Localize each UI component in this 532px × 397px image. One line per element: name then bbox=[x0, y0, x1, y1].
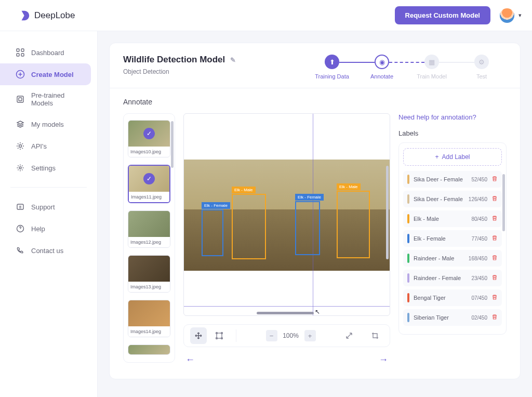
check-icon: ✓ bbox=[143, 128, 155, 139]
sidebar-item-dashboard[interactable]: Dashboard bbox=[0, 42, 97, 63]
thumbnail-item[interactable] bbox=[128, 345, 170, 355]
delete-label-button[interactable] bbox=[491, 294, 498, 302]
label-count: 80/450 bbox=[471, 216, 487, 222]
svg-rect-2 bbox=[17, 54, 19, 56]
label-name: Sika Deer - Female bbox=[414, 196, 464, 202]
sidebar-item-label: Settings bbox=[31, 164, 56, 172]
delete-label-button[interactable] bbox=[491, 215, 498, 223]
avatar[interactable] bbox=[500, 8, 514, 23]
sidebar-item-label: Dashboard bbox=[31, 49, 64, 57]
zoom-out-button[interactable]: − bbox=[266, 330, 277, 341]
upload-icon: ⬆ bbox=[325, 55, 339, 69]
step-annotate[interactable]: ◉ Annotate bbox=[357, 55, 407, 80]
plus-circle-icon bbox=[16, 70, 25, 79]
delete-label-button[interactable] bbox=[491, 255, 498, 262]
bounding-box[interactable]: Elk - Male bbox=[337, 191, 370, 258]
thumbnail-caption: Images12.jpeg bbox=[128, 237, 170, 247]
labels-scrollbar[interactable] bbox=[502, 174, 505, 231]
brand-name: DeepLobe bbox=[34, 10, 75, 21]
thumbnail-strip: ✓ Images10.jpeg ✓ Images11.jpeg Images12… bbox=[123, 113, 175, 363]
prev-image-button[interactable]: ← bbox=[185, 354, 195, 365]
label-name: Raindeer - Male bbox=[414, 255, 464, 261]
label-row[interactable]: Siberian Tiger02/450 bbox=[403, 309, 502, 326]
canvas-scrollbar-horizontal[interactable] bbox=[257, 312, 314, 314]
delete-label-button[interactable] bbox=[491, 235, 498, 243]
sidebar-item-support[interactable]: Support bbox=[0, 196, 97, 218]
sidebar-item-create-model[interactable]: Create Model bbox=[0, 63, 91, 85]
dashboard-icon bbox=[16, 48, 25, 57]
expand-tool-button[interactable] bbox=[341, 327, 357, 344]
chevron-down-icon[interactable]: ▾ bbox=[518, 12, 522, 19]
gear-icon bbox=[16, 163, 25, 173]
svg-point-7 bbox=[19, 145, 22, 148]
svg-point-12 bbox=[216, 333, 218, 334]
main-content: Wildlife Detection Model ✎ Object Detect… bbox=[98, 31, 532, 397]
delete-label-button[interactable] bbox=[491, 176, 498, 183]
crop-tool-button[interactable] bbox=[367, 327, 383, 344]
thumbnail-caption: Images13.jpeg bbox=[128, 282, 170, 292]
annotation-help-link[interactable]: Need help for annotation? bbox=[398, 113, 507, 121]
label-swatch bbox=[407, 313, 409, 322]
label-row[interactable]: Sika Deer - Female52/450 bbox=[403, 171, 502, 188]
bounding-box[interactable]: Elk - Female bbox=[202, 209, 223, 256]
request-custom-model-button[interactable]: Request Custom Model bbox=[395, 6, 490, 24]
label-name: Sika Deer - Female bbox=[414, 176, 467, 182]
zoom-in-button[interactable]: + bbox=[304, 330, 316, 341]
thumbnail-scrollbar[interactable] bbox=[171, 121, 174, 168]
label-row[interactable]: Elk - Male80/450 bbox=[403, 210, 502, 227]
label-row[interactable]: Raindeer - Male168/450 bbox=[403, 250, 502, 267]
label-count: 02/450 bbox=[471, 315, 487, 321]
bounding-box[interactable]: Elk - Female bbox=[295, 201, 320, 255]
sidebar-item-my-models[interactable]: My models bbox=[0, 113, 97, 135]
sidebar-item-label: Contact us bbox=[31, 247, 63, 255]
label-swatch bbox=[407, 214, 409, 223]
sidebar-item-label: API's bbox=[31, 142, 47, 150]
step-training-data[interactable]: ⬆ Training Data bbox=[307, 55, 357, 80]
crosshair-horizontal bbox=[184, 306, 390, 307]
next-image-button[interactable]: → bbox=[379, 354, 388, 365]
thumbnail-item[interactable]: Images14.jpeg bbox=[128, 300, 170, 337]
label-swatch bbox=[407, 175, 409, 184]
annotation-canvas[interactable]: Elk - Female Elk - Male Elk - Female Elk… bbox=[183, 113, 390, 316]
sidebar-item-contact[interactable]: Contact us bbox=[0, 240, 97, 261]
page-subtitle: Object Detection bbox=[123, 68, 236, 75]
sidebar-item-label: Help bbox=[31, 225, 45, 233]
label-name: Bengal Tiger bbox=[414, 295, 467, 301]
svg-rect-0 bbox=[17, 49, 19, 51]
thumbnail-item[interactable]: Images13.jpeg bbox=[128, 255, 170, 293]
delete-label-button[interactable] bbox=[491, 274, 498, 282]
sidebar-item-settings[interactable]: Settings bbox=[0, 157, 97, 179]
label-row[interactable]: Elk - Female77/450 bbox=[403, 230, 502, 247]
label-count: 07/450 bbox=[471, 295, 487, 301]
label-row[interactable]: Sika Deer - Female126/450 bbox=[403, 191, 502, 207]
edit-icon[interactable]: ✎ bbox=[230, 56, 236, 64]
layers-icon bbox=[16, 120, 25, 129]
check-icon: ✓ bbox=[143, 173, 155, 184]
add-label-button[interactable]: + Add Label bbox=[403, 148, 502, 166]
rectangle-tool-button[interactable] bbox=[211, 327, 228, 344]
sidebar-item-apis[interactable]: API's bbox=[0, 135, 97, 157]
label-name: Elk - Male bbox=[414, 216, 467, 222]
canvas-scrollbar-vertical[interactable] bbox=[386, 166, 389, 259]
app-header: DeepLobe Request Custom Model ▾ bbox=[0, 0, 532, 31]
label-row[interactable]: Bengal Tiger07/450 bbox=[403, 289, 502, 306]
label-name: Siberian Tiger bbox=[414, 314, 467, 321]
thumbnail-caption: Images11.jpeg bbox=[129, 192, 169, 202]
section-title: Annotate bbox=[123, 98, 507, 106]
delete-label-button[interactable] bbox=[491, 195, 498, 203]
thumbnail-item[interactable]: ✓ Images10.jpeg bbox=[128, 120, 170, 157]
sidebar: Dashboard Create Model Pre-trained Model… bbox=[0, 31, 98, 397]
label-row[interactable]: Raindeer - Female23/450 bbox=[403, 270, 502, 286]
svg-point-13 bbox=[221, 333, 223, 334]
thumbnail-item[interactable]: ✓ Images11.jpeg bbox=[128, 165, 170, 203]
sidebar-item-help[interactable]: Help bbox=[0, 218, 97, 240]
stepper: ⬆ Training Data ◉ Annotate ▦ Train Model bbox=[307, 55, 507, 80]
delete-label-button[interactable] bbox=[491, 314, 498, 322]
move-tool-button[interactable] bbox=[190, 327, 207, 344]
sidebar-item-pretrained[interactable]: Pre-trained Models bbox=[0, 85, 97, 113]
brand-logo[interactable]: DeepLobe bbox=[19, 10, 75, 21]
bounding-box[interactable]: Elk - Male bbox=[232, 194, 266, 259]
thumbnail-item[interactable]: Images12.jpeg bbox=[128, 210, 170, 248]
zoom-value: 100% bbox=[282, 332, 300, 339]
sidebar-item-label: Support bbox=[31, 203, 55, 211]
